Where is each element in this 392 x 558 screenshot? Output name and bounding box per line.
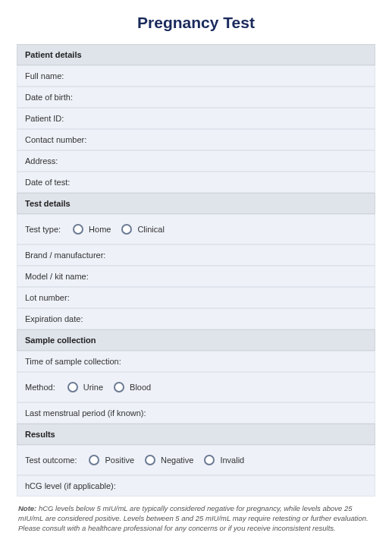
field-dob[interactable]: Date of birth: (17, 87, 375, 108)
radio-home-group[interactable]: Home (73, 224, 111, 235)
test-type-options: Home Clinical (73, 224, 171, 235)
radio-icon (67, 382, 78, 392)
method-options: Urine Blood (67, 382, 157, 392)
outcome-label: Test outcome: (25, 456, 77, 465)
test-type-label: Test type: (25, 225, 61, 234)
radio-icon (204, 455, 215, 465)
section-header-results: Results (17, 424, 375, 445)
radio-blood-group[interactable]: Blood (114, 382, 151, 392)
radio-negative-label: Negative (161, 456, 193, 465)
field-outcome: Test outcome: Positive Negative Invalid (17, 445, 375, 475)
field-brand[interactable]: Brand / manufacturer: (17, 244, 375, 266)
radio-negative-group[interactable]: Negative (145, 455, 193, 465)
method-label: Method: (25, 383, 55, 392)
note-block: Note: hCG levels below 5 mIU/mL are typi… (17, 504, 375, 533)
field-hcg[interactable]: hCG level (if applicable): (17, 475, 375, 497)
radio-clinical-label: Clinical (137, 225, 164, 234)
page-title: Pregnancy Test (17, 14, 375, 32)
field-model[interactable]: Model / kit name: (17, 266, 375, 287)
outcome-options: Positive Negative Invalid (89, 455, 250, 465)
section-header-patient: Patient details (17, 44, 375, 65)
field-lot[interactable]: Lot number: (17, 287, 375, 308)
radio-home-label: Home (89, 225, 111, 234)
section-header-test: Test details (17, 193, 375, 214)
field-contact[interactable]: Contact number: (17, 129, 375, 150)
radio-icon (121, 224, 132, 235)
field-test-type: Test type: Home Clinical (17, 214, 375, 244)
field-lmp[interactable]: Last menstrual period (if known): (17, 402, 375, 424)
field-sample-time[interactable]: Time of sample collection: (17, 351, 375, 372)
section-header-sample: Sample collection (17, 329, 375, 351)
radio-icon (114, 382, 124, 392)
field-patient-id[interactable]: Patient ID: (17, 108, 375, 129)
field-full-name[interactable]: Full name: (17, 65, 375, 87)
form-container: Patient details Full name: Date of birth… (17, 44, 375, 497)
note-text: hCG levels below 5 mIU/mL are typically … (18, 504, 368, 532)
field-expiration[interactable]: Expiration date: (17, 308, 375, 329)
field-method: Method: Urine Blood (17, 372, 375, 402)
radio-icon (73, 224, 83, 235)
note-label: Note: (18, 504, 36, 512)
radio-clinical-group[interactable]: Clinical (121, 224, 164, 235)
radio-urine-label: Urine (83, 383, 103, 392)
radio-icon (145, 455, 155, 465)
radio-icon (89, 455, 99, 465)
radio-urine-group[interactable]: Urine (67, 382, 103, 392)
radio-positive-group[interactable]: Positive (89, 455, 134, 465)
field-date-of-test[interactable]: Date of test: (17, 172, 375, 193)
radio-blood-label: Blood (130, 383, 151, 392)
radio-positive-label: Positive (105, 456, 134, 465)
radio-invalid-group[interactable]: Invalid (204, 455, 244, 465)
radio-invalid-label: Invalid (220, 456, 244, 465)
field-address[interactable]: Address: (17, 150, 375, 172)
